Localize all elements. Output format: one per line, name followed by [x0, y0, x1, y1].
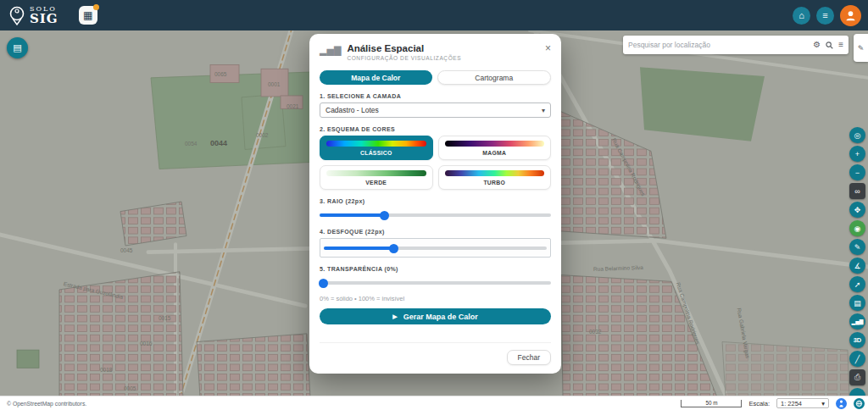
layer-select[interactable]: Cadastro - Lotes ▾ [320, 102, 551, 118]
radius-slider[interactable] [320, 210, 551, 219]
sidebar-location-pin-button[interactable]: ◉ [849, 220, 865, 236]
blur-slider[interactable] [324, 243, 547, 252]
sidebar-target-button[interactable]: ◎ [849, 127, 865, 143]
scheme-classic-button[interactable]: CLÁSSICO [320, 136, 433, 160]
classic-gradient-swatch [326, 141, 426, 147]
search-input[interactable] [628, 41, 808, 49]
logo-text-sig: SIG [30, 13, 58, 25]
tab-cartogram[interactable]: Cartograma [437, 70, 552, 85]
block-label: 0018 [100, 367, 112, 373]
close-modal-button[interactable]: Fechar [507, 350, 551, 365]
scheme-magma-button[interactable]: MAGMA [438, 136, 552, 160]
layer-section-label: 1. SELECIONE A CAMADA [320, 93, 551, 99]
scale-bar: 50 m [681, 400, 742, 407]
block-label: 0021 [287, 103, 298, 109]
sidebar-ruler-button[interactable]: ╱ [849, 351, 865, 367]
slider-fill [324, 247, 393, 250]
chevron-down-icon: ▾ [542, 107, 545, 114]
print-icon: ⎙ [854, 373, 860, 382]
block-label: 0045 [120, 247, 132, 253]
chart-icon: ▂▅▇ [852, 319, 864, 324]
tab-heatmap[interactable]: Mapa de Calor [320, 70, 432, 85]
streetview-button[interactable] [836, 398, 847, 409]
menu-button[interactable]: ≡ [816, 7, 834, 25]
globe-icon [855, 400, 863, 407]
layer-select-value: Cadastro - Lotes [326, 106, 379, 114]
scale-value: 1: 2254 [781, 400, 802, 407]
slider-thumb[interactable] [319, 279, 328, 288]
play-icon: ▶ [392, 313, 397, 320]
status-bar: © OpenStreetMap contributors. 50 m Escal… [0, 396, 868, 410]
magma-gradient-swatch [445, 141, 545, 147]
blur-label: 4. DESFOQUE (22px) [320, 229, 551, 235]
transparency-slider[interactable] [320, 278, 551, 287]
modal-subtitle: CONFIGURAÇÃO DE VISUALIZAÇÕES [347, 55, 461, 61]
slider-track [320, 281, 551, 285]
slider-fill [320, 213, 384, 217]
radius-label: 3. RAIO (22px) [320, 198, 551, 204]
bar-chart-icon: ▂▅▇ [320, 45, 341, 56]
block-label: 0032 [589, 329, 601, 335]
block-label: 0015 [159, 315, 170, 321]
minus-icon: − [855, 169, 860, 177]
binoculars-icon: ∞ [854, 187, 860, 196]
scheme-section-label: 2. ESQUEMA DE CORES [320, 126, 551, 132]
sidebar-3d-button[interactable]: 3D [849, 332, 865, 348]
search-menu-icon[interactable]: ≡ [838, 41, 843, 49]
scale-label: Escala: [748, 400, 770, 407]
scale-select[interactable]: 1: 2254 ▾ [776, 398, 829, 408]
edit-layers-icon: ▤ [854, 299, 861, 308]
block-label: 0002 [256, 132, 268, 138]
sidebar-print-button[interactable]: ⎙ [849, 369, 865, 385]
scheme-label: MAGMA [445, 150, 545, 156]
measure-icon: ∡ [854, 262, 860, 270]
block-label: 0016 [140, 341, 152, 346]
layers-button[interactable]: ▤ [7, 37, 28, 58]
cadastre-tool-button[interactable]: ▦ [79, 6, 97, 25]
search-icon[interactable] [826, 42, 833, 49]
slider-thumb[interactable] [389, 244, 398, 253]
logo-pin-icon [8, 5, 25, 25]
expand-arrow-icon: ➚ [854, 280, 861, 289]
transparency-label: 5. TRANSPARÊNCIA (0%) [320, 266, 551, 272]
sidebar-draw-button[interactable]: ✎ [849, 239, 865, 255]
sidebar-zoom-in-button[interactable]: + [849, 146, 865, 162]
close-icon[interactable]: × [545, 43, 551, 53]
sidebar-expand-button[interactable]: ➚ [849, 276, 865, 292]
turbo-gradient-swatch [445, 170, 545, 176]
sidebar-fullscreen-button[interactable]: ✥ [849, 202, 865, 218]
chevron-down-icon: ▾ [821, 400, 825, 407]
menu-icon: ≡ [822, 10, 827, 20]
sidebar-chart-button[interactable]: ▂▅▇ [849, 313, 865, 330]
map-attribution: © OpenStreetMap contributors. [7, 401, 86, 407]
person-icon [844, 9, 857, 22]
notification-badge [93, 4, 99, 10]
edit-panel-handle[interactable]: ✎ [854, 34, 868, 62]
scheme-label: CLÁSSICO [326, 150, 426, 156]
location-search-bar: ⚙ ≡ [623, 36, 849, 54]
sidebar-zoom-out-button[interactable]: − [849, 164, 865, 180]
location-pin-icon: ◉ [854, 224, 861, 233]
verde-gradient-swatch [326, 170, 426, 176]
user-avatar-button[interactable] [840, 5, 861, 26]
scheme-turbo-button[interactable]: TURBO [438, 165, 552, 190]
scheme-label: VERDE [326, 180, 426, 186]
scheme-verde-button[interactable]: VERDE [320, 165, 433, 190]
sidebar-edit-layers-button[interactable]: ▤ [849, 295, 865, 311]
transparency-hint: 0% = sólido • 100% = invisível [320, 295, 551, 302]
spatial-analysis-modal: ▂▅▇ Análise Espacial CONFIGURAÇÃO DE VIS… [309, 34, 561, 374]
color-scheme-grid: CLÁSSICO MAGMA VERDE TURBO [320, 136, 551, 190]
sidebar-binoculars-button[interactable]: ∞ [849, 183, 865, 199]
sidebar-measure-button[interactable]: ∡ [849, 258, 865, 274]
ruler-icon: ╱ [855, 355, 860, 363]
search-settings-icon[interactable]: ⚙ [813, 41, 821, 49]
home-button[interactable]: ⌂ [793, 7, 810, 25]
plus-icon: + [855, 150, 860, 158]
slider-thumb[interactable] [380, 211, 389, 220]
globe-button[interactable] [854, 398, 865, 409]
target-icon: ◎ [854, 131, 861, 140]
block-label: 0044 [210, 139, 227, 147]
generate-heatmap-button[interactable]: ▶ Gerar Mapa de Calor [320, 308, 551, 324]
app-header: SOLO SIG ▦ ⌂ ≡ [0, 0, 868, 30]
fullscreen-icon: ✥ [854, 206, 861, 214]
